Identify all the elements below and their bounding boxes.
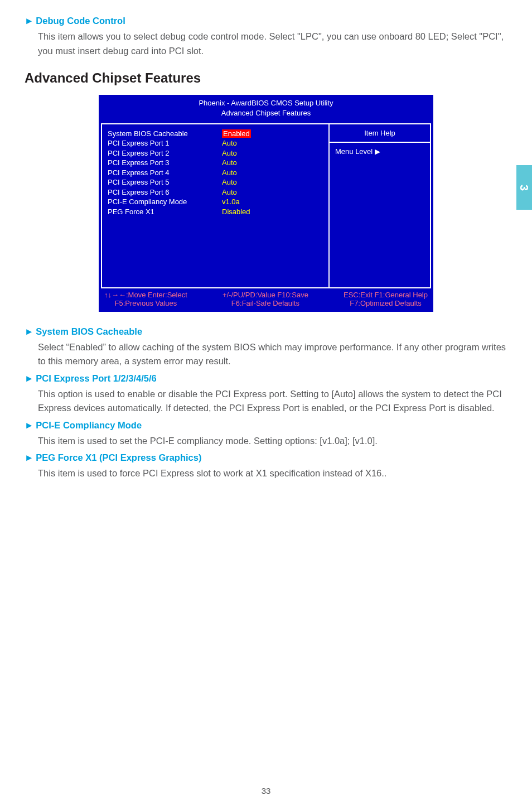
body-debug-code-control: This item allows you to select debug cod… [38,30,507,58]
bios-row-value: Enabled [222,129,251,139]
bios-row: PCI-E Compliancy Mode v1.0a [108,197,323,207]
bios-row-label: PCI Express Port 5 [108,177,222,187]
bios-row-value: Auto [222,148,237,158]
bios-row: PCI Express Port 4 Auto [108,168,323,178]
side-chapter-tab: 3 [516,165,532,210]
bios-row-value: Auto [222,177,237,187]
heading-peg-force-x1: ►PEG Force X1 (PCI Express Graphics) [25,452,507,463]
heading-text: PCI-E Compliancy Mode [36,420,142,430]
bios-title: Phoenix - AwardBIOS CMOS Setup Utility A… [99,95,433,123]
bios-row-value: Auto [222,168,237,178]
bios-row: PCI Express Port 5 Auto [108,177,323,187]
bios-footer-col: +/-/PU/PD:Value F10:Save F6:Fail-Safe De… [223,291,308,307]
bios-row-value: Auto [222,158,237,168]
bios-row-label: PCI Express Port 4 [108,168,222,178]
bios-title-line1: Phoenix - AwardBIOS CMOS Setup Utility [101,98,431,108]
bios-body: System BIOS Cacheable Enabled PCI Expres… [101,123,431,288]
bios-row: PEG Force X1 Disabled [108,207,323,217]
bios-item-help: Item Help [330,124,430,143]
heading-system-bios-cacheable: ►System BIOS Cacheable [25,326,507,337]
bios-row: PCI Express Port 3 Auto [108,158,323,168]
arrow-icon: ► [25,420,33,430]
arrow-icon: ► [25,326,33,336]
bios-footer-col: ESC:Exit F1:General Help F7:Optimized De… [344,291,428,307]
heading-text: PCI Express Port 1/2/3/4/5/6 [36,373,156,383]
arrow-icon: ► [25,16,33,26]
bios-footer-col: ↑↓→←:Move Enter:Select F5:Previous Value… [104,291,187,307]
bios-footer-text: F5:Previous Values [104,299,187,307]
bios-footer: ↑↓→←:Move Enter:Select F5:Previous Value… [101,288,431,312]
bios-left-panel: System BIOS Cacheable Enabled PCI Expres… [102,124,330,287]
bios-right-panel: Item Help Menu Level ▶ [330,124,430,287]
bios-title-line2: Advanced Chipset Features [101,108,431,118]
side-chapter-number: 3 [518,184,531,190]
bios-footer-text: F7:Optimized Defaults [344,299,428,307]
bios-row-value: Auto [222,187,237,197]
bios-row: PCI Express Port 2 Auto [108,148,323,158]
bios-row-value: v1.0a [222,197,240,207]
bios-row-label: PEG Force X1 [108,207,222,217]
bios-row-label: PCI Express Port 1 [108,138,222,148]
bios-footer-text: F6:Fail-Safe Defaults [223,299,308,307]
heading-pci-express-port: ►PCI Express Port 1/2/3/4/5/6 [25,373,507,384]
bios-row-label: System BIOS Cacheable [108,129,222,139]
bios-value-highlight: Enabled [222,129,251,138]
body-pcie-compliancy: This item is used to set the PCI-E compl… [38,434,507,449]
arrow-icon: ► [25,452,33,462]
bios-footer-text: ESC:Exit F1:General Help [344,291,428,299]
bios-row-label: PCI-E Compliancy Mode [108,197,222,207]
bios-screenshot: Phoenix - AwardBIOS CMOS Setup Utility A… [99,95,433,311]
bios-row: PCI Express Port 1 Auto [108,138,323,148]
bios-row-value: Auto [222,138,237,148]
bios-row-value: Disabled [222,207,250,217]
bios-row-label: PCI Express Port 2 [108,148,222,158]
bios-footer-text: +/-/PU/PD:Value F10:Save [223,291,308,299]
bios-row-label: PCI Express Port 3 [108,158,222,168]
body-peg-force-x1: This item is used to force PCI Express s… [38,466,507,481]
bios-footer-text: ↑↓→←:Move Enter:Select [104,291,187,299]
body-system-bios-cacheable: Select “Enabled” to allow caching of the… [38,340,507,369]
heading-text: Debug Code Control [36,16,125,26]
bios-menu-level: Menu Level ▶ [330,143,430,287]
heading-pcie-compliancy: ►PCI-E Compliancy Mode [25,420,507,431]
heading-text: PEG Force X1 (PCI Express Graphics) [36,452,201,462]
bios-row: System BIOS Cacheable Enabled [108,129,323,139]
page-number: 33 [0,786,532,795]
arrow-icon: ► [25,373,33,383]
body-pci-express-port: This option is used to enable or disable… [38,387,507,416]
bios-row: PCI Express Port 6 Auto [108,187,323,197]
bios-row-label: PCI Express Port 6 [108,187,222,197]
heading-debug-code-control: ►Debug Code Control [25,16,507,26]
page-title: Advanced Chipset Features [25,70,507,86]
heading-text: System BIOS Cacheable [36,326,142,336]
